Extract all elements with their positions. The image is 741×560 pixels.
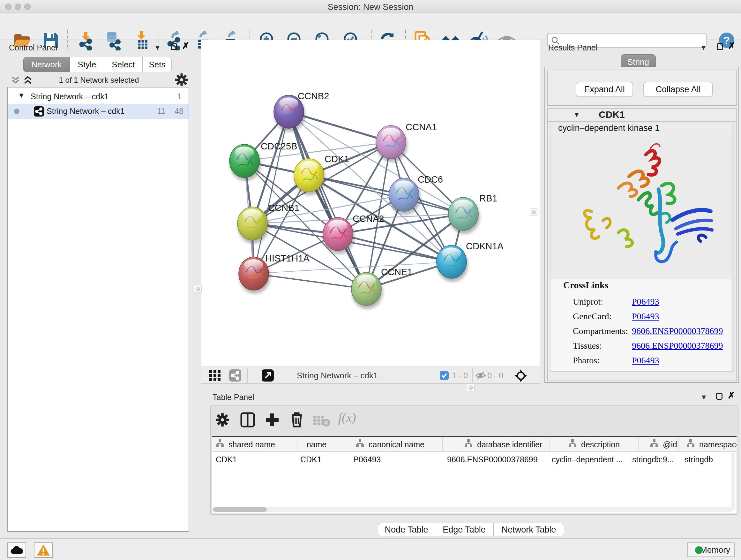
tab-network-table[interactable]: Network Table: [493, 523, 564, 537]
network-node-CDC25B[interactable]: [229, 144, 261, 181]
hidden-eye-slash-icon[interactable]: [475, 371, 486, 381]
collapse-all-networks-icon[interactable]: [23, 76, 32, 86]
network-canvas[interactable]: CCNB2CCNA1CDC25BCDK1CDC6RB1CCNB1CCNA2CDK…: [201, 40, 540, 367]
right-splitter-handle[interactable]: [530, 208, 537, 216]
tab-node-table[interactable]: Node Table: [378, 523, 435, 537]
column-header-shared-name[interactable]: shared name: [212, 437, 297, 452]
entry-collapse-icon[interactable]: ▼: [573, 111, 580, 119]
table-options-gear-icon[interactable]: [215, 413, 230, 428]
table-header-row: shared name name canonical name database…: [212, 437, 737, 452]
selected-node-edge-counts: 1 - 0: [452, 371, 468, 380]
memory-label: Memory: [700, 545, 730, 555]
current-network-dot-icon: [14, 109, 19, 114]
crosslink-row: Pharos: P06493: [550, 355, 734, 370]
network-collection-row[interactable]: ▼ String Network – cdk1 1: [8, 89, 189, 104]
delete-column-trash-icon[interactable]: [289, 411, 305, 429]
crosslink-link[interactable]: P06493: [632, 355, 659, 366]
column-header-namespace[interactable]: namespace: [679, 437, 737, 452]
node-label-CDK1: CDK1: [325, 154, 349, 164]
table-cell[interactable]: stringdb:9...: [632, 452, 677, 467]
result-entry-body: cyclin–dependent kinase 1: [550, 123, 735, 372]
control-panel-title: Control Panel: [9, 43, 57, 52]
expand-all-networks-icon[interactable]: [11, 76, 20, 86]
scrollbar-thumb[interactable]: [213, 507, 267, 512]
cdk1-result-entry: ▼ CDK1 cyclin–dependent kinase 1: [547, 108, 737, 381]
network-options-gear-icon[interactable]: [175, 73, 188, 88]
collapse-panel-icon[interactable]: ▾: [702, 392, 706, 402]
table-cell[interactable]: 9606.ENSP00000378699: [447, 452, 549, 467]
close-panel-icon[interactable]: ✗: [728, 41, 735, 51]
network-node-RB1[interactable]: [448, 197, 480, 234]
column-header-name[interactable]: name: [297, 437, 336, 452]
delete-table-icon-disabled[interactable]: [313, 415, 331, 428]
add-column-icon[interactable]: [264, 412, 280, 429]
column-header-description[interactable]: description: [550, 437, 638, 452]
node-label-CCNB1: CCNB1: [268, 203, 299, 213]
crosslink-link[interactable]: P06493: [632, 297, 659, 307]
selected-checkbox-icon[interactable]: [440, 371, 449, 381]
table-cell[interactable]: stringdb: [684, 452, 732, 467]
float-panel-icon[interactable]: [716, 393, 723, 400]
node-label-CCNA2: CCNA2: [353, 213, 384, 224]
open-in-window-icon[interactable]: [262, 369, 274, 383]
network-row-selected[interactable]: String Network – cdk1 11 48: [8, 104, 189, 119]
warning-status-button[interactable]: [34, 543, 53, 558]
collapse-panel-icon[interactable]: ▾: [701, 43, 705, 52]
collapse-panel-icon[interactable]: ▾: [155, 43, 159, 52]
node-count: 11: [157, 107, 165, 116]
tab-network[interactable]: Network: [23, 57, 70, 72]
results-scrollbar[interactable]: [731, 123, 735, 372]
network-node-CCNA1[interactable]: [376, 125, 408, 162]
node-label-HIST1H1A: HIST1H1A: [265, 253, 310, 263]
tab-edge-table[interactable]: Edge Table: [435, 523, 493, 537]
status-bar: Memory: [0, 538, 741, 560]
tree-expand-icon[interactable]: ▼: [18, 91, 25, 100]
table-cell[interactable]: P06493: [353, 452, 440, 467]
table-vertical-scrollbar[interactable]: [731, 453, 735, 510]
network-node-CCNA2[interactable]: [323, 217, 354, 254]
float-panel-icon[interactable]: [717, 43, 723, 50]
float-panel-icon[interactable]: [171, 43, 177, 50]
memory-button[interactable]: Memory: [687, 543, 735, 557]
column-header-canonical-name[interactable]: canonical name: [336, 437, 443, 452]
show-columns-icon[interactable]: [240, 412, 255, 429]
fit-selected-crosshair-icon[interactable]: [515, 369, 527, 383]
network-node-CDK1[interactable]: [294, 159, 326, 195]
table-cell[interactable]: CDK1: [216, 452, 295, 467]
crosslink-link[interactable]: 9606.ENSP00000378699: [632, 341, 723, 351]
tab-style[interactable]: Style: [70, 57, 104, 72]
crosslink-row: GeneCard: P06493: [550, 311, 734, 326]
left-splitter-handle[interactable]: [194, 285, 202, 293]
crosslink-row: Compartments: 9606.ENSP00000378699: [550, 326, 734, 341]
close-panel-icon[interactable]: ✗: [728, 390, 735, 401]
expand-all-button[interactable]: Expand All: [576, 82, 633, 97]
birds-eye-grid-icon[interactable]: [209, 370, 221, 383]
network-tree: ▼ String Network – cdk1 1 String Network…: [7, 87, 189, 532]
window-title: Session: New Session: [0, 2, 741, 12]
result-entry-header[interactable]: ▼ CDK1: [548, 109, 736, 122]
title-bar: Session: New Session: [0, 0, 741, 13]
warning-icon: [37, 544, 51, 556]
crosslink-link[interactable]: P06493: [632, 311, 659, 321]
column-header-database-identifier[interactable]: database identifier: [443, 437, 550, 452]
string-panel-toggle-icon[interactable]: [229, 369, 241, 383]
crosslink-label: Uniprot:: [573, 297, 603, 307]
tab-sets[interactable]: Sets: [143, 57, 172, 72]
cloud-status-button[interactable]: [7, 543, 26, 558]
hidden-node-edge-counts: 0 - 0: [487, 371, 503, 380]
function-builder-icon-disabled[interactable]: f(x): [338, 410, 356, 425]
collapse-all-button[interactable]: Collapse All: [643, 82, 713, 97]
network-node-CDC6[interactable]: [389, 178, 421, 215]
table-horizontal-scrollbar[interactable]: [212, 507, 732, 512]
crosslink-link[interactable]: 9606.ENSP00000378699: [632, 326, 723, 336]
table-cell[interactable]: CDK1: [300, 452, 335, 467]
crosslink-label: Tissues:: [573, 341, 602, 351]
close-panel-icon[interactable]: ✗: [182, 41, 189, 51]
tab-select[interactable]: Select: [104, 57, 143, 72]
network-view-title: String Network – cdk1: [297, 371, 378, 381]
column-header-id[interactable]: @id: [638, 437, 679, 452]
network-node-CCNE1[interactable]: [351, 272, 383, 309]
network-node-CDKN1A[interactable]: [436, 245, 468, 282]
cloud-icon: [10, 545, 23, 555]
table-cell[interactable]: cyclin–dependent ...: [552, 452, 636, 467]
